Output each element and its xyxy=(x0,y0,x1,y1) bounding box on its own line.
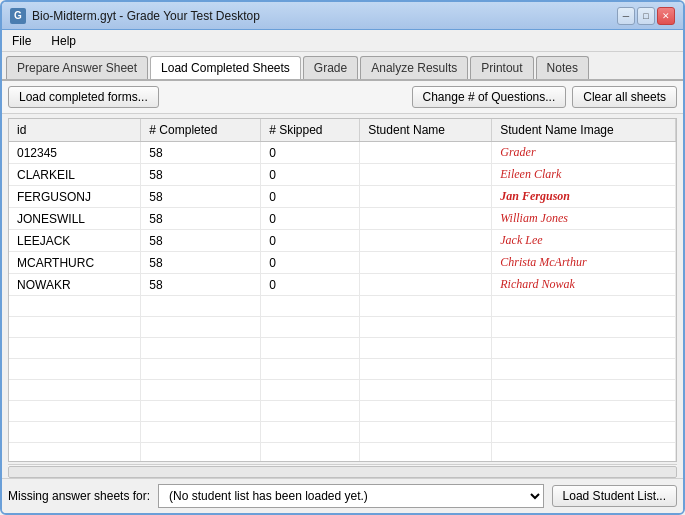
table-header-row: id # Completed # Skipped Student Name St… xyxy=(9,119,676,142)
cell-student-name-image: Richard Nowak xyxy=(492,274,676,296)
table-row-empty xyxy=(9,443,676,463)
cell-empty xyxy=(492,380,676,401)
cell-completed: 58 xyxy=(141,164,261,186)
cell-id: 012345 xyxy=(9,142,141,164)
table-row-empty xyxy=(9,380,676,401)
table-row: MCARTHURC580Christa McArthur xyxy=(9,252,676,274)
cell-empty xyxy=(360,296,492,317)
cell-completed: 58 xyxy=(141,252,261,274)
cell-empty xyxy=(261,401,360,422)
cell-skipped: 0 xyxy=(261,164,360,186)
cell-id: CLARKEIL xyxy=(9,164,141,186)
missing-label: Missing answer sheets for: xyxy=(8,489,150,503)
cell-empty xyxy=(492,422,676,443)
cell-empty xyxy=(9,401,141,422)
cell-empty xyxy=(492,317,676,338)
clear-all-sheets-button[interactable]: Clear all sheets xyxy=(572,86,677,108)
table-row-empty xyxy=(9,338,676,359)
cell-empty xyxy=(360,443,492,463)
cell-id: JONESWILL xyxy=(9,208,141,230)
col-student-name-image: Student Name Image xyxy=(492,119,676,142)
cell-completed: 58 xyxy=(141,142,261,164)
toolbar: Load completed forms... Change # of Ques… xyxy=(2,81,683,114)
cell-student-name xyxy=(360,142,492,164)
scroll-track[interactable] xyxy=(8,466,677,478)
cell-empty xyxy=(9,338,141,359)
cell-id: FERGUSONJ xyxy=(9,186,141,208)
table-row-empty xyxy=(9,359,676,380)
file-menu[interactable]: File xyxy=(6,32,37,50)
cell-empty xyxy=(9,296,141,317)
cell-id: LEEJACK xyxy=(9,230,141,252)
cell-completed: 58 xyxy=(141,208,261,230)
cell-empty xyxy=(141,338,261,359)
cell-empty xyxy=(261,422,360,443)
main-window: G Bio-Midterm.gyt - Grade Your Test Desk… xyxy=(0,0,685,515)
load-student-list-button[interactable]: Load Student List... xyxy=(552,485,677,507)
cell-empty xyxy=(9,317,141,338)
tab-prepare-answer-sheet[interactable]: Prepare Answer Sheet xyxy=(6,56,148,79)
table-row: FERGUSONJ580Jan Ferguson xyxy=(9,186,676,208)
cell-empty xyxy=(360,380,492,401)
col-student-name: Student Name xyxy=(360,119,492,142)
cell-empty xyxy=(492,443,676,463)
cell-skipped: 0 xyxy=(261,142,360,164)
close-button[interactable]: ✕ xyxy=(657,7,675,25)
cell-student-name xyxy=(360,252,492,274)
cell-empty xyxy=(141,443,261,463)
cell-empty xyxy=(141,380,261,401)
col-id: id xyxy=(9,119,141,142)
cell-skipped: 0 xyxy=(261,186,360,208)
cell-empty xyxy=(360,338,492,359)
table-row-empty xyxy=(9,401,676,422)
tab-printout[interactable]: Printout xyxy=(470,56,533,79)
cell-empty xyxy=(141,296,261,317)
data-table-container: id # Completed # Skipped Student Name St… xyxy=(8,118,677,462)
title-bar: G Bio-Midterm.gyt - Grade Your Test Desk… xyxy=(2,2,683,30)
cell-student-name-image: Jan Ferguson xyxy=(492,186,676,208)
col-completed: # Completed xyxy=(141,119,261,142)
table-row: NOWAKR580Richard Nowak xyxy=(9,274,676,296)
menu-bar: File Help xyxy=(2,30,683,52)
cell-skipped: 0 xyxy=(261,208,360,230)
cell-empty xyxy=(9,380,141,401)
maximize-button[interactable]: □ xyxy=(637,7,655,25)
data-table: id # Completed # Skipped Student Name St… xyxy=(9,119,676,462)
cell-empty xyxy=(141,401,261,422)
student-list-dropdown[interactable]: (No student list has been loaded yet.) xyxy=(158,484,544,508)
cell-student-name-image: Grader xyxy=(492,142,676,164)
table-row: LEEJACK580Jack Lee xyxy=(9,230,676,252)
cell-empty xyxy=(141,317,261,338)
help-menu[interactable]: Help xyxy=(45,32,82,50)
cell-empty xyxy=(9,422,141,443)
load-completed-forms-button[interactable]: Load completed forms... xyxy=(8,86,159,108)
tab-analyze-results[interactable]: Analyze Results xyxy=(360,56,468,79)
cell-empty xyxy=(9,359,141,380)
minimize-button[interactable]: ─ xyxy=(617,7,635,25)
cell-id: NOWAKR xyxy=(9,274,141,296)
cell-empty xyxy=(261,338,360,359)
table-row: 012345580Grader xyxy=(9,142,676,164)
tab-load-completed-sheets[interactable]: Load Completed Sheets xyxy=(150,56,301,79)
app-icon: G xyxy=(10,8,26,24)
cell-empty xyxy=(261,296,360,317)
cell-student-name-image: Eileen Clark xyxy=(492,164,676,186)
cell-empty xyxy=(141,422,261,443)
change-questions-button[interactable]: Change # of Questions... xyxy=(412,86,567,108)
horizontal-scrollbar[interactable] xyxy=(8,464,677,478)
cell-student-name xyxy=(360,208,492,230)
cell-empty xyxy=(360,401,492,422)
table-row: JONESWILL580William Jones xyxy=(9,208,676,230)
bottom-bar: Missing answer sheets for: (No student l… xyxy=(2,478,683,513)
cell-skipped: 0 xyxy=(261,252,360,274)
tab-notes[interactable]: Notes xyxy=(536,56,589,79)
cell-student-name xyxy=(360,274,492,296)
cell-empty xyxy=(360,422,492,443)
cell-student-name-image: Jack Lee xyxy=(492,230,676,252)
student-list-dropdown-container: (No student list has been loaded yet.) xyxy=(158,484,544,508)
window-title: Bio-Midterm.gyt - Grade Your Test Deskto… xyxy=(32,9,617,23)
tab-grade[interactable]: Grade xyxy=(303,56,358,79)
cell-empty xyxy=(492,359,676,380)
cell-empty xyxy=(492,338,676,359)
cell-empty xyxy=(141,359,261,380)
